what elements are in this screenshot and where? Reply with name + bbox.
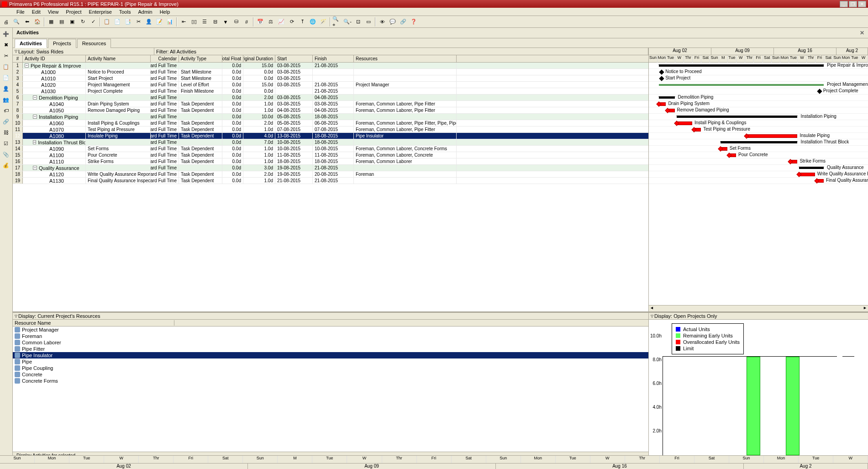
paste-icon[interactable]: 📄 bbox=[112, 17, 122, 27]
resource-item[interactable]: Project Manager bbox=[13, 327, 648, 333]
group-icon[interactable]: ⛁ bbox=[231, 17, 241, 27]
steps-icon[interactable]: 📊 bbox=[165, 17, 175, 27]
col-resources[interactable]: Resources bbox=[354, 55, 457, 62]
collapse-icon[interactable]: − bbox=[33, 115, 37, 119]
col-start[interactable]: Start bbox=[275, 55, 313, 62]
col-rownum[interactable]: # bbox=[13, 55, 23, 62]
duplicate-icon[interactable]: 📑 bbox=[123, 17, 133, 27]
activity-row[interactable]: 13−Installation Thrust Blockndard Full T… bbox=[13, 139, 648, 146]
link-icon[interactable]: 🔗 bbox=[398, 17, 408, 27]
menu-file[interactable]: File bbox=[13, 8, 28, 16]
col-activity-name[interactable]: Activity Name bbox=[86, 55, 151, 62]
expense-icon[interactable]: 💰 bbox=[1, 160, 11, 170]
bars-icon[interactable]: ☰ bbox=[200, 17, 210, 27]
layout-icon[interactable]: ▦ bbox=[46, 17, 56, 27]
resource-item[interactable]: Common Laborer bbox=[13, 339, 648, 346]
activity-row[interactable]: 1−Pipe Repair & Improvendard Full Time0.… bbox=[13, 63, 648, 69]
activity-row[interactable]: 15A1100Pour Concretendard Full TimeTask … bbox=[13, 152, 648, 158]
timescale-icon[interactable]: ⊟ bbox=[210, 17, 220, 27]
gantt-chart[interactable]: Pipe Repair & ImproveNotice to ProceedSt… bbox=[649, 63, 868, 305]
activity-row[interactable]: 18A1120Write Quality Assurance Reportnda… bbox=[13, 171, 648, 178]
wizard-icon[interactable]: 🪄 bbox=[318, 17, 328, 27]
expand-icon[interactable]: ▭ bbox=[363, 17, 374, 27]
menu-edit[interactable]: Edit bbox=[28, 8, 44, 16]
copy-icon[interactable]: 📋 bbox=[102, 17, 112, 27]
cut2-icon[interactable]: ✂ bbox=[1, 51, 11, 61]
collapse-icon[interactable]: − bbox=[33, 95, 37, 100]
succ-icon[interactable]: ⛓ bbox=[1, 127, 11, 137]
level-icon[interactable]: ⚖ bbox=[266, 17, 276, 27]
tab-activities[interactable]: Activities bbox=[15, 39, 47, 48]
cut-icon[interactable]: ✂ bbox=[133, 17, 143, 27]
col-original-duration[interactable]: Original Duration bbox=[243, 55, 275, 62]
maximize-button[interactable]: ❐ bbox=[849, 1, 857, 7]
progress-icon[interactable]: 📈 bbox=[276, 17, 286, 27]
spell-icon[interactable]: ✓ bbox=[88, 17, 98, 27]
activity-row[interactable]: 4A1020Project Managementndard Full TimeL… bbox=[13, 82, 648, 88]
zoomout-icon[interactable]: 🔍- bbox=[342, 17, 352, 27]
top-icon[interactable]: ⤒ bbox=[297, 17, 307, 27]
role-icon[interactable]: 👥 bbox=[1, 95, 11, 105]
resource-item[interactable]: Pipe Insulator bbox=[13, 352, 648, 358]
hint-icon[interactable]: 💬 bbox=[388, 17, 398, 27]
tab-projects[interactable]: Projects bbox=[48, 39, 76, 48]
resource-item[interactable]: Foreman bbox=[13, 333, 648, 339]
col-activity-type[interactable]: Activity Type bbox=[179, 55, 222, 62]
col-finish[interactable]: Finish bbox=[313, 55, 354, 62]
activity-row[interactable]: 10A1060Install Piping & Couplingsndard F… bbox=[13, 120, 648, 126]
panel-close-icon[interactable]: ✕ bbox=[860, 30, 864, 36]
layout-label[interactable]: Layout: Swiss Rides bbox=[18, 49, 63, 54]
menu-project[interactable]: Project bbox=[62, 8, 85, 16]
resource-item[interactable]: Pipe Fitter bbox=[13, 346, 648, 352]
tab-resources[interactable]: Resources bbox=[77, 39, 111, 48]
menu-tools[interactable]: Tools bbox=[116, 8, 135, 16]
gantt-scrollbar[interactable]: ◄► bbox=[649, 305, 868, 311]
resource-name-col[interactable]: Resource Name bbox=[15, 320, 174, 326]
activity-row[interactable]: 16A1110Strike Formsndard Full TimeTask D… bbox=[13, 158, 648, 165]
doc-icon[interactable]: 📎 bbox=[1, 149, 11, 159]
menu-enterprise[interactable]: Enterprise bbox=[85, 8, 116, 16]
col-activity-id[interactable]: Activity ID bbox=[23, 55, 86, 62]
activity-row[interactable]: 12A1080Insulate Pipingndard Full TimeTas… bbox=[13, 133, 648, 139]
grid-icon[interactable]: ▤ bbox=[57, 17, 67, 27]
refresh-icon[interactable]: ↻ bbox=[78, 17, 88, 27]
minimize-button[interactable]: _ bbox=[840, 1, 848, 7]
notes-icon[interactable]: 📝 bbox=[154, 17, 164, 27]
menu-help[interactable]: Help bbox=[156, 8, 174, 16]
collapse-icon[interactable]: − bbox=[33, 140, 36, 144]
collapse-icon[interactable]: − bbox=[25, 63, 29, 68]
show-icon[interactable]: 👁 bbox=[377, 17, 387, 27]
activity-row[interactable]: 19A1130Final Quality Assurance Inspectio… bbox=[13, 178, 648, 184]
activity-row[interactable]: 3A1010Start Projectndard Full TimeStart … bbox=[13, 75, 648, 82]
activity-row[interactable]: 11A1070Test Piping at Pressurendard Full… bbox=[13, 126, 648, 133]
columns-icon[interactable]: ▯▯ bbox=[189, 17, 199, 27]
close-button[interactable]: ✕ bbox=[858, 1, 866, 7]
resource-icon[interactable]: 👤 bbox=[1, 84, 11, 94]
activity-row[interactable]: 9−Installation Pipingndard Full Time0.0d… bbox=[13, 114, 648, 120]
activity-row[interactable]: 7A1040Drain Piping Systemndard Full Time… bbox=[13, 101, 648, 107]
resource-item[interactable]: Concrete bbox=[13, 371, 648, 378]
activity-row[interactable]: 6−Demolition Pipingndard Full Time0.0d2.… bbox=[13, 95, 648, 101]
activity-row[interactable]: 17−Quality Assurancendard Full Time0.0d3… bbox=[13, 165, 648, 171]
delete-icon[interactable]: ✖ bbox=[1, 40, 11, 50]
col-calendar[interactable]: Calendar bbox=[151, 55, 179, 62]
home-icon[interactable]: 🏠 bbox=[32, 17, 42, 27]
recalc-icon[interactable]: ⟳ bbox=[287, 17, 297, 27]
resource-list[interactable]: Project ManagerForemanCommon LaborerPipe… bbox=[13, 327, 648, 452]
back-icon[interactable]: ⬅ bbox=[22, 17, 32, 27]
indent-left-icon[interactable]: ⇤ bbox=[179, 17, 189, 27]
activity-row[interactable]: 14A1090Set Formsndard Full TimeTask Depe… bbox=[13, 146, 648, 152]
pred-icon[interactable]: 🔗 bbox=[1, 116, 11, 126]
resources-display-label[interactable]: Display: Current Project's Resources bbox=[18, 313, 100, 319]
chart-display-label[interactable]: Display: Open Projects Only bbox=[654, 313, 717, 319]
resource-item[interactable]: Pipe bbox=[13, 358, 648, 365]
resource-item[interactable]: Concrete Forms bbox=[13, 378, 648, 384]
activity-row[interactable]: 2A1000Notice to Proceedndard Full TimeSt… bbox=[13, 69, 648, 75]
menu-view[interactable]: View bbox=[44, 8, 63, 16]
collapse-icon[interactable]: − bbox=[33, 166, 37, 170]
zoomin-icon[interactable]: 🔍+ bbox=[332, 17, 342, 27]
col-total-float[interactable]: Total Float bbox=[222, 55, 243, 62]
resource-item[interactable]: Pipe Coupling bbox=[13, 365, 648, 371]
copy2-icon[interactable]: 📋 bbox=[1, 62, 11, 72]
print-icon[interactable]: 🖨 bbox=[1, 17, 11, 27]
